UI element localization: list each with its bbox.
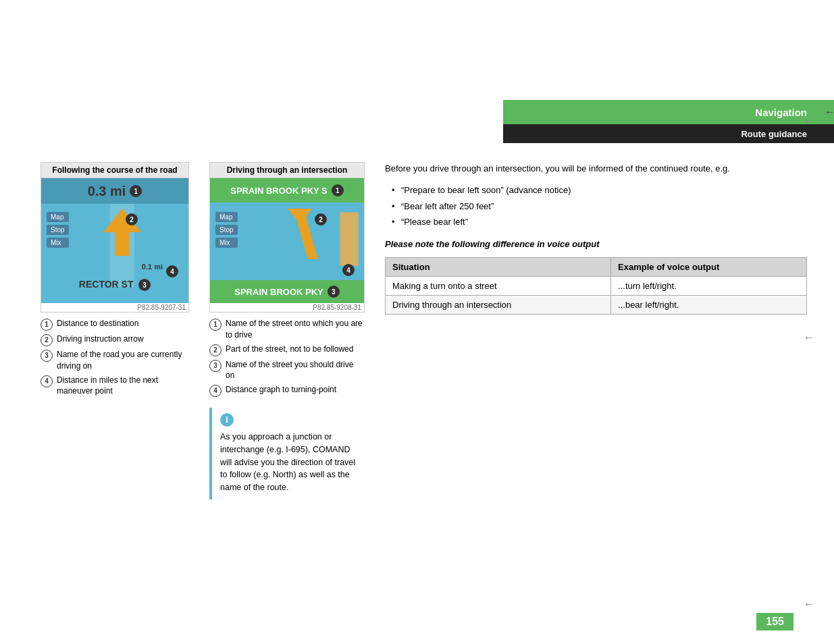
mid-diag-num2-wrap: 2: [315, 213, 327, 225]
table-row1-example: ...turn left/right.: [611, 276, 807, 295]
mid-list-num-1: 1: [209, 319, 221, 331]
mid-list-item-3: 3 Name of the street you should drive on: [209, 359, 365, 382]
right-column: Before you drive through an intersection…: [385, 162, 807, 603]
mid-diag-mix: Mix: [215, 238, 238, 248]
left-diag-num4-wrap: 4: [166, 265, 178, 277]
mid-diag-stop: Stop: [215, 225, 238, 235]
table-header-row: Situation Example of voice output: [386, 257, 807, 276]
left-diag-num3: 3: [138, 279, 151, 291]
left-diag-stop: Stop: [47, 225, 69, 235]
table-row2-situation: Driving through an intersection: [386, 295, 611, 314]
left-list-num-3: 3: [41, 350, 53, 362]
mid-diag-road-right: [340, 212, 359, 266]
left-diag-road-label-wrap: RECTOR ST 3: [41, 279, 188, 292]
bold-italic-text: Please note the following difference in …: [385, 238, 807, 250]
left-diag-num4: 4: [166, 265, 178, 277]
mid-diag-num4-wrap: 4: [342, 264, 355, 276]
mid-diag-bottom-bar: SPRAIN BROOK PKY 3: [210, 280, 364, 303]
page-number-box: 155: [756, 613, 793, 630]
info-icon: i: [220, 413, 357, 431]
mid-list-text-2: Part of the street, not to be followed: [226, 344, 353, 355]
nav-bar: Navigation ←: [503, 100, 834, 124]
left-diag-distance: 0.3 mi: [88, 184, 126, 199]
mid-diagram-image: SPRAIN BROOK PKY S 1 Map Stop Mix: [210, 178, 364, 303]
info-table: Situation Example of voice output Making…: [385, 257, 807, 315]
left-diagram-bg: 0.3 mi 1 Map Stop Mix: [41, 178, 188, 303]
left-column: Following the course of the road 0.3 mi …: [41, 162, 189, 603]
subnav-bar: Route guidance: [503, 124, 834, 143]
page-number: 155: [766, 616, 784, 627]
mid-list-num-2: 2: [209, 344, 221, 356]
left-list-text-1: Distance to destination: [57, 318, 138, 329]
table-col2-header: Example of voice output: [611, 257, 807, 276]
left-list-num-2: 2: [41, 334, 53, 346]
left-diagram-title: Following the course of the road: [41, 163, 188, 178]
left-diag-num2: 2: [126, 213, 138, 225]
left-list-item-4: 4 Distance in miles to the next maneuver…: [41, 375, 189, 398]
left-list-item-1: 1 Distance to destination: [41, 318, 189, 331]
side-arrow-top-icon: ←: [803, 115, 815, 129]
mid-diagram-title: Driving through an intersection: [210, 163, 364, 178]
table-row-1: Making a turn onto a street ...turn left…: [386, 276, 807, 295]
svg-marker-1: [288, 209, 311, 225]
table-row1-situation: Making a turn onto a street: [386, 276, 611, 295]
mid-list-item-4: 4 Distance graph to turning-point: [209, 384, 365, 397]
mid-diag-bottom-street: SPRAIN BROOK PKY: [234, 287, 323, 297]
info-circle-icon: i: [220, 413, 234, 427]
table-row2-example: ...bear left/right.: [611, 295, 807, 314]
right-intro-text: Before you drive through an intersection…: [385, 162, 807, 176]
mid-list-items: 1 Name of the street onto which you are …: [209, 318, 365, 397]
left-diag-map: Map: [47, 212, 69, 222]
mid-diag-caption: P82.85-9208-31: [210, 303, 364, 312]
mid-diag-num1: 1: [332, 184, 344, 196]
mid-list-text-3: Name of the street you should drive on: [226, 359, 365, 382]
subnav-title: Route guidance: [741, 129, 807, 139]
left-list-num-1: 1: [41, 319, 53, 331]
mid-list-num-4: 4: [209, 385, 221, 397]
bullet-list: “Prepare to bear left soon” (advance not…: [392, 184, 807, 229]
nav-title: Navigation: [755, 107, 807, 118]
mid-column: Driving through an intersection SPRAIN B…: [209, 162, 365, 603]
left-diag-num1: 1: [130, 185, 142, 197]
left-list-item-3: 3 Name of the road you are currently dri…: [41, 349, 189, 372]
left-list-text-2: Driving instruction arrow: [57, 333, 144, 345]
nav-arrow-icon: ←: [825, 106, 834, 118]
mid-list-num-3: 3: [209, 360, 221, 372]
mid-diag-top-street: SPRAIN BROOK PKY S: [230, 186, 328, 196]
mid-diag-top-bar: SPRAIN BROOK PKY S 1: [210, 178, 364, 203]
mid-diag-num3: 3: [328, 286, 340, 298]
table-col1-header: Situation: [386, 257, 611, 276]
left-diag-road-label: RECTOR ST: [79, 279, 134, 290]
left-list-items: 1 Distance to destination 2 Driving inst…: [41, 318, 189, 397]
mid-diag-num2: 2: [315, 213, 327, 225]
left-diag-top-bar: 0.3 mi 1: [41, 178, 188, 204]
mid-diag-num4: 4: [342, 264, 355, 276]
left-list-num-4: 4: [41, 375, 53, 387]
info-box-text: As you approach a junction or interchang…: [220, 431, 357, 494]
left-list-text-4: Distance in miles to the next maneuver p…: [57, 375, 189, 398]
mid-diagram-box: Driving through an intersection SPRAIN B…: [209, 162, 365, 313]
mid-diag-sidebar: Map Stop Mix: [215, 212, 238, 248]
mid-list-text-1: Name of the street onto which you are to…: [226, 318, 365, 341]
left-diag-sidebar: Map Stop Mix: [47, 212, 69, 248]
mid-diag-map: Map: [215, 212, 238, 222]
left-diag-num2-wrap: 2: [126, 213, 138, 225]
mid-list-item-1: 1 Name of the street onto which you are …: [209, 318, 365, 341]
left-diag-small-dist: 0.1 mi: [142, 263, 163, 271]
bullet-item-2: “Bear left after 250 feet”: [392, 200, 807, 213]
table-row-2: Driving through an intersection ...bear …: [386, 295, 807, 314]
left-diagram-image: 0.3 mi 1 Map Stop Mix: [41, 178, 188, 303]
left-diag-caption: P82.85-9207-31: [41, 303, 188, 312]
left-diagram-box: Following the course of the road 0.3 mi …: [41, 162, 189, 313]
left-list-text-3: Name of the road you are currently drivi…: [57, 349, 189, 372]
bullet-item-1: “Prepare to bear left soon” (advance not…: [392, 184, 807, 197]
left-list-item-2: 2 Driving instruction arrow: [41, 333, 189, 346]
mid-list-text-4: Distance graph to turning-point: [226, 384, 336, 396]
up-arrow-body: [115, 232, 130, 256]
mid-diagram-bg: SPRAIN BROOK PKY S 1 Map Stop Mix: [210, 178, 364, 303]
info-box: i As you approach a junction or intercha…: [209, 408, 365, 500]
bullet-item-3: “Please bear left”: [392, 215, 807, 229]
main-content: Following the course of the road 0.3 mi …: [41, 162, 807, 603]
header-section: Navigation ← Route guidance: [503, 100, 834, 143]
left-diag-mix: Mix: [47, 238, 69, 248]
